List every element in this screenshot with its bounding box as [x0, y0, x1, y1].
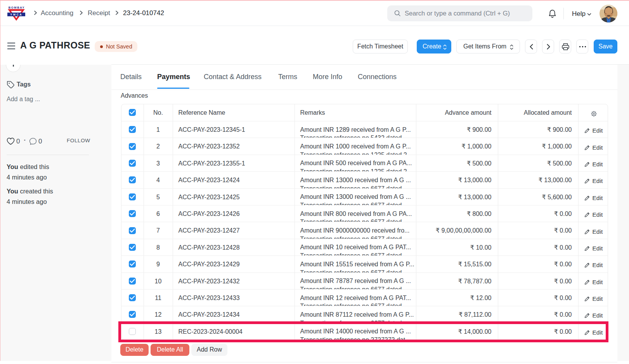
svg-text:BOMBAY: BOMBAY — [9, 6, 25, 9]
svg-text:YMCA: YMCA — [10, 13, 23, 16]
